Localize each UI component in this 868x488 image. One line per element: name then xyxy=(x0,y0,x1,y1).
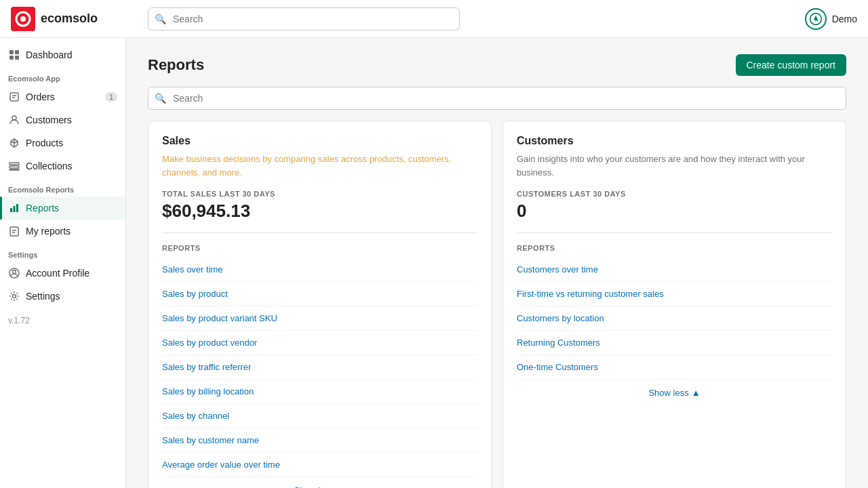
sidebar-item-collections-label: Collections xyxy=(26,161,72,171)
user-name: Demo xyxy=(832,14,857,24)
svg-rect-12 xyxy=(9,166,19,168)
logo-icon xyxy=(11,7,35,31)
sales-stat-value: $60,945.13 xyxy=(162,201,477,233)
svg-rect-14 xyxy=(10,208,12,212)
sidebar: Dashboard Ecomsolo App Orders 1 Custo xyxy=(0,38,126,488)
reports-icon xyxy=(8,202,20,214)
sales-reports-label: REPORTS xyxy=(162,244,477,252)
sidebar-item-reports-label: Reports xyxy=(26,203,59,214)
logo-text: ecomsolo xyxy=(41,12,98,26)
customers-card: Customers Gain insights into who your cu… xyxy=(502,121,846,488)
page-header: Reports Create custom report xyxy=(148,54,846,76)
nav-right: Demo xyxy=(805,8,857,30)
sales-card: Sales Make business decisions by compari… xyxy=(148,121,492,488)
svg-rect-6 xyxy=(15,50,19,54)
svg-point-2 xyxy=(20,16,26,22)
report-link-sales-over-time[interactable]: Sales over time xyxy=(162,258,477,282)
sidebar-item-settings-label: Settings xyxy=(26,291,60,302)
sidebar-section-settings: Settings xyxy=(0,243,125,262)
customers-reports-label: REPORTS xyxy=(517,244,832,252)
products-icon xyxy=(8,137,20,149)
sales-show-toggle[interactable]: Show less ▲ xyxy=(162,477,477,488)
top-search-bar: 🔍 xyxy=(148,7,460,30)
report-link-sales-by-customer[interactable]: Sales by customer name xyxy=(162,428,477,453)
orders-icon xyxy=(8,91,20,103)
report-link-sales-by-product[interactable]: Sales by product xyxy=(162,282,477,306)
sales-card-desc: Make business decisions by comparing sal… xyxy=(162,152,477,179)
sales-stat-label: TOTAL SALES LAST 30 DAYS xyxy=(162,190,477,198)
reports-search-input[interactable] xyxy=(148,87,846,110)
sidebar-item-dashboard-label: Dashboard xyxy=(26,49,73,60)
main-layout: Dashboard Ecomsolo App Orders 1 Custo xyxy=(0,38,868,488)
sidebar-item-orders-label: Orders xyxy=(26,92,55,102)
report-link-customers-over-time[interactable]: Customers over time xyxy=(517,258,832,282)
sidebar-item-reports[interactable]: Reports xyxy=(0,197,125,220)
logo-area: ecomsolo xyxy=(11,7,137,31)
svg-rect-11 xyxy=(9,163,19,165)
settings-icon xyxy=(8,290,20,302)
report-link-customers-by-location[interactable]: Customers by location xyxy=(517,306,832,331)
customers-card-desc: Gain insights into who your customers ar… xyxy=(517,152,832,179)
svg-point-4 xyxy=(814,17,817,20)
sidebar-item-customers-label: Customers xyxy=(26,115,72,125)
top-search-icon: 🔍 xyxy=(155,14,166,24)
sidebar-item-my-reports-label: My reports xyxy=(26,226,71,237)
sidebar-item-orders[interactable]: Orders 1 xyxy=(0,85,125,108)
account-profile-icon xyxy=(8,267,20,279)
customers-icon xyxy=(8,114,20,126)
sidebar-item-products[interactable]: Products xyxy=(0,131,125,155)
report-link-first-time-returning[interactable]: First-time vs returning customer sales xyxy=(517,282,832,306)
customers-chevron-up-icon: ▲ xyxy=(692,388,701,398)
sidebar-section-app: Ecomsolo App xyxy=(0,66,125,85)
sales-card-title: Sales xyxy=(162,135,477,147)
customers-stat-label: CUSTOMERS LAST 30 DAYS xyxy=(517,190,832,198)
top-search-input[interactable] xyxy=(148,7,460,30)
sales-chevron-up-icon: ▲ xyxy=(337,485,346,488)
sidebar-item-account-profile-label: Account Profile xyxy=(26,268,90,279)
sidebar-item-account-profile[interactable]: Account Profile xyxy=(0,262,125,285)
report-link-one-time-customers[interactable]: One-time Customers xyxy=(517,355,832,380)
sidebar-item-my-reports[interactable]: My reports xyxy=(0,220,125,243)
reports-search: 🔍 xyxy=(148,87,846,110)
version-label: v.1.72 xyxy=(0,308,125,333)
svg-point-18 xyxy=(13,270,16,274)
user-avatar-icon xyxy=(805,8,827,30)
sales-show-toggle-label: Show less xyxy=(294,485,334,488)
report-link-avg-order-value[interactable]: Average order value over time xyxy=(162,453,477,477)
report-link-sales-by-billing[interactable]: Sales by billing location xyxy=(162,380,477,404)
svg-rect-7 xyxy=(9,56,14,60)
customers-stat-value: 0 xyxy=(517,201,832,233)
report-link-returning-customers[interactable]: Returning Customers xyxy=(517,331,832,355)
svg-rect-5 xyxy=(9,50,14,54)
customers-show-toggle[interactable]: Show less ▲ xyxy=(517,380,832,398)
sidebar-item-collections[interactable]: Collections xyxy=(0,155,125,178)
svg-rect-16 xyxy=(16,204,18,212)
create-custom-report-button[interactable]: Create custom report xyxy=(736,54,847,76)
customers-card-title: Customers xyxy=(517,135,832,147)
sidebar-item-settings[interactable]: Settings xyxy=(0,285,125,308)
main-content: Reports Create custom report 🔍 Sales Mak… xyxy=(126,38,868,488)
svg-point-10 xyxy=(12,116,16,120)
svg-rect-13 xyxy=(9,169,19,170)
my-reports-icon xyxy=(8,225,20,237)
report-link-sales-by-traffic[interactable]: Sales by traffic referrer xyxy=(162,355,477,380)
top-nav: ecomsolo 🔍 Demo xyxy=(0,0,868,38)
cards-grid: Sales Make business decisions by compari… xyxy=(148,121,846,488)
report-link-sales-by-product-variant[interactable]: Sales by product variant SKU xyxy=(162,306,477,331)
dashboard-icon xyxy=(8,49,20,61)
svg-rect-9 xyxy=(10,93,18,101)
page-title: Reports xyxy=(148,56,204,74)
svg-point-19 xyxy=(13,295,16,298)
sidebar-item-products-label: Products xyxy=(26,138,63,148)
svg-rect-15 xyxy=(14,206,16,212)
sidebar-item-customers[interactable]: Customers xyxy=(0,108,125,131)
collections-icon xyxy=(8,160,20,172)
orders-badge: 1 xyxy=(105,92,117,102)
report-link-sales-by-product-vendor[interactable]: Sales by product vendor xyxy=(162,331,477,355)
sidebar-section-reports: Ecomsolo Reports xyxy=(0,178,125,197)
customers-show-toggle-label: Show less xyxy=(648,388,688,398)
reports-search-icon: 🔍 xyxy=(155,93,166,104)
sidebar-item-dashboard[interactable]: Dashboard xyxy=(0,43,125,66)
svg-rect-8 xyxy=(15,56,19,60)
report-link-sales-by-channel[interactable]: Sales by channel xyxy=(162,404,477,428)
